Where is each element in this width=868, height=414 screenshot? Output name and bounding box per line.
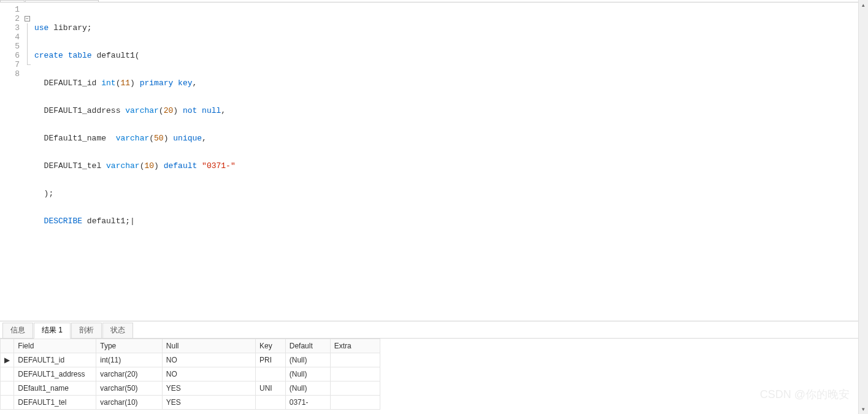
cell-default[interactable]: 0371- [285,396,330,410]
cell-default[interactable]: (Null) [285,353,330,367]
cell-key[interactable] [256,367,286,381]
col-header-default[interactable]: Default [285,339,330,353]
col-header-null[interactable]: Null [162,339,255,353]
result-grid[interactable]: Field Type Null Key Default Extra ▶DEFAU… [0,339,380,410]
row-indicator: ▶ [1,353,14,367]
line-number: 8 [0,69,20,79]
row-indicator [1,396,14,410]
tab-profile[interactable]: 剖析 [71,323,102,338]
cell-field[interactable]: DEfault1_name [14,381,96,396]
col-header-extra[interactable]: Extra [330,339,380,353]
cell-type[interactable]: varchar(20) [96,367,163,381]
tab-info[interactable]: 信息 [2,323,33,338]
cell-key[interactable] [256,396,286,410]
line-number: 2 [0,14,20,23]
table-row[interactable]: DEfault1_namevarchar(50)YESUNI(Null) [1,381,380,396]
cell-null[interactable]: YES [162,396,255,410]
cell-type[interactable]: varchar(10) [96,396,163,410]
col-header-type[interactable]: Type [96,339,163,353]
table-row[interactable]: ▶DEFAULT1_idint(11)NOPRI(Null) [1,353,380,367]
line-number: 7 [0,60,20,69]
col-header-field[interactable]: Field [14,339,96,353]
cell-key[interactable]: UNI [256,381,286,396]
scroll-up-icon[interactable]: ▴ [859,0,868,10]
row-indicator [1,367,14,381]
vertical-scrollbar[interactable]: ▴ ▾ [858,0,868,414]
scroll-down-icon[interactable]: ▾ [859,404,868,414]
line-number-gutter: 1 2 3 4 5 6 7 8 [0,2,25,321]
cell-type[interactable]: int(11) [96,353,163,367]
col-header-key[interactable]: Key [256,339,286,353]
cell-null[interactable]: NO [162,353,255,367]
cell-field[interactable]: DEFAULT1_id [14,353,96,367]
table-row[interactable]: DEFAULT1_addressvarchar(20)NO(Null) [1,367,380,381]
cell-null[interactable]: YES [162,381,255,396]
table-row[interactable]: DEFAULT1_telvarchar(10)YES0371- [1,396,380,410]
line-number: 6 [0,51,20,60]
cell-extra[interactable] [330,381,380,396]
line-number: 4 [0,33,20,42]
cell-extra[interactable] [330,396,380,410]
cell-default[interactable]: (Null) [285,381,330,396]
cell-null[interactable]: NO [162,367,255,381]
cell-field[interactable]: DEFAULT1_tel [14,396,96,410]
tab-status[interactable]: 状态 [102,323,133,338]
cell-extra[interactable] [330,367,380,381]
result-header-row: Field Type Null Key Default Extra [1,339,380,353]
fold-toggle-icon[interactable]: − [25,16,30,21]
row-indicator [1,381,14,396]
editor-area: 1 2 3 4 5 6 7 8 − use library; create ta… [0,2,868,321]
line-number: 3 [0,23,20,33]
cell-key[interactable]: PRI [256,353,286,367]
line-number: 5 [0,42,20,51]
sql-code-editor[interactable]: use library; create table default1( DEFA… [32,2,868,321]
cell-type[interactable]: varchar(50) [96,381,163,396]
cell-extra[interactable] [330,353,380,367]
tab-result-1[interactable]: 结果 1 [34,323,71,339]
result-panel-tabs: 信息 结果 1 剖析 状态 [0,324,868,339]
cell-default[interactable]: (Null) [285,367,330,381]
fold-gutter: − [25,2,32,321]
cell-field[interactable]: DEFAULT1_address [14,367,96,381]
line-number: 1 [0,5,20,14]
